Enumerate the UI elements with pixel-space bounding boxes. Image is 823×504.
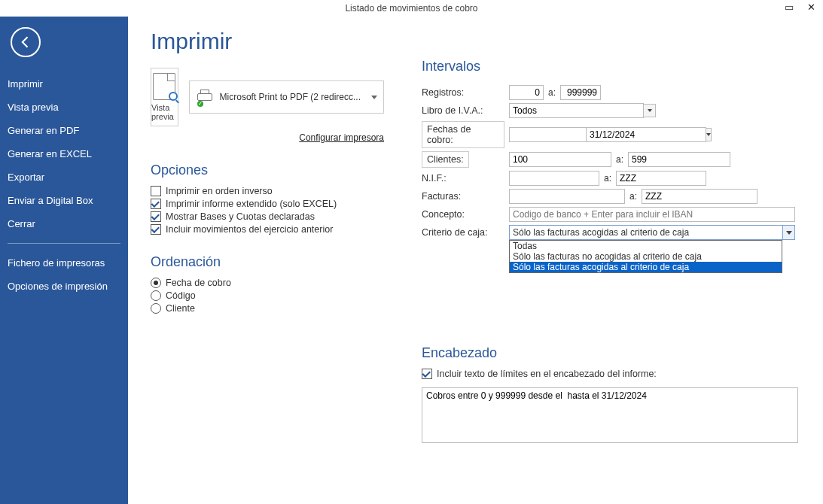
radio-fecha-cobro[interactable]: Fecha de cobro bbox=[151, 278, 384, 288]
a-label: a: bbox=[629, 191, 637, 202]
window-controls: ▭ ✕ bbox=[782, 2, 818, 13]
registros-to-input[interactable] bbox=[560, 85, 601, 100]
clientes-to-input[interactable] bbox=[628, 152, 730, 167]
printer-selector[interactable]: ✓ Microsoft Print to PDF (2 redirecc... bbox=[189, 80, 384, 114]
facturas-label: Facturas: bbox=[422, 190, 504, 203]
option-label: Incluir movimientos del ejercicio anteri… bbox=[166, 224, 333, 235]
clientes-button[interactable]: Clientes: bbox=[422, 151, 469, 168]
option-label: Imprimir en orden inverso bbox=[166, 186, 273, 196]
radio-label: Cliente bbox=[166, 303, 195, 314]
checkbox-icon bbox=[151, 186, 161, 196]
clientes-from-input[interactable] bbox=[509, 152, 611, 167]
chevron-down-icon[interactable] bbox=[644, 104, 656, 117]
concepto-label: Concepto: bbox=[422, 208, 504, 221]
nav-vista-previa[interactable]: Vista previa bbox=[0, 96, 128, 119]
sidebar: Imprimir Vista previa Generar en PDF Gen… bbox=[0, 17, 128, 504]
facturas-to-input[interactable] bbox=[642, 189, 757, 204]
nif-to-input[interactable] bbox=[616, 171, 706, 186]
nav-generar-excel[interactable]: Generar en EXCEL bbox=[0, 142, 128, 165]
dropdown-option[interactable]: Todas bbox=[510, 241, 782, 251]
preview-label: Vista previa bbox=[151, 103, 178, 121]
nav-opciones-impresion[interactable]: Opciones de impresión bbox=[0, 275, 128, 298]
chevron-down-icon[interactable] bbox=[782, 225, 795, 240]
radio-icon bbox=[151, 290, 161, 301]
printer-icon: ✓ bbox=[196, 90, 214, 105]
registros-from-input[interactable] bbox=[509, 85, 544, 100]
window-title: Listado de movimientos de cobro bbox=[345, 3, 477, 14]
radio-cliente[interactable]: Cliente bbox=[151, 303, 384, 314]
radio-codigo[interactable]: Código bbox=[151, 290, 384, 301]
radio-icon bbox=[151, 278, 161, 288]
fechas-to-input[interactable] bbox=[586, 127, 655, 142]
header-text-input[interactable] bbox=[422, 387, 798, 443]
preview-button[interactable]: Vista previa bbox=[151, 68, 178, 126]
criterio-caja-combo[interactable]: Sólo las facturas acogidas al criterio d… bbox=[509, 225, 795, 240]
criterio-caja-dropdown: Todas Sólo las facturas no acogidas al c… bbox=[509, 240, 782, 273]
registros-label: Registros: bbox=[422, 86, 504, 99]
fechas-from-input[interactable] bbox=[509, 127, 569, 142]
fechas-cobro-button[interactable]: Fechas de cobro: bbox=[422, 121, 504, 148]
nav-divider bbox=[8, 243, 120, 244]
checkbox-icon bbox=[422, 369, 432, 379]
option-informe-extendido[interactable]: Imprimir informe extendido (solo EXCEL) bbox=[151, 199, 384, 209]
option-label: Mostrar Bases y Cuotas declaradas bbox=[166, 211, 315, 222]
include-header-label: Incluir texto de límites en el encabezad… bbox=[437, 369, 657, 379]
a-label: a: bbox=[548, 87, 556, 98]
concepto-input[interactable] bbox=[509, 207, 795, 222]
radio-label: Fecha de cobro bbox=[166, 278, 231, 288]
option-ejercicio-anterior[interactable]: Incluir movimientos del ejercicio anteri… bbox=[151, 224, 384, 235]
radio-label: Código bbox=[166, 290, 196, 301]
option-bases-cuotas[interactable]: Mostrar Bases y Cuotas declaradas bbox=[151, 211, 384, 222]
checkbox-icon bbox=[151, 224, 161, 235]
option-orden-inverso[interactable]: Imprimir en orden inverso bbox=[151, 186, 384, 196]
nav-cerrar[interactable]: Cerrar bbox=[0, 212, 128, 235]
nav-imprimir[interactable]: Imprimir bbox=[0, 72, 128, 96]
nav-generar-pdf[interactable]: Generar en PDF bbox=[0, 119, 128, 142]
nav-digital-box[interactable]: Enviar a Digital Box bbox=[0, 189, 128, 212]
back-button[interactable] bbox=[11, 27, 41, 57]
radio-icon bbox=[151, 303, 161, 314]
criterio-caja-value: Sólo las facturas acogidas al criterio d… bbox=[509, 225, 782, 240]
option-label: Imprimir informe extendido (solo EXCEL) bbox=[166, 199, 337, 209]
checkbox-icon bbox=[151, 211, 161, 222]
title-bar: Listado de movimientos de cobro ▭ ✕ bbox=[0, 0, 823, 17]
dropdown-option[interactable]: Sólo las facturas no acogidas al criteri… bbox=[510, 251, 782, 262]
close-icon[interactable]: ✕ bbox=[804, 2, 818, 13]
nif-from-input[interactable] bbox=[509, 171, 599, 186]
libro-iva-combo[interactable] bbox=[509, 103, 656, 118]
maximize-icon[interactable]: ▭ bbox=[782, 2, 797, 13]
ordenacion-heading: Ordenación bbox=[151, 254, 384, 270]
printer-name: Microsoft Print to PDF (2 redirecc... bbox=[220, 92, 361, 102]
arrow-left-icon bbox=[18, 35, 33, 50]
fecha-to-field[interactable] bbox=[586, 127, 706, 142]
facturas-from-input[interactable] bbox=[509, 189, 625, 204]
document-preview-icon bbox=[153, 73, 175, 100]
opciones-heading: Opciones bbox=[151, 162, 384, 178]
nif-label: N.I.F.: bbox=[422, 172, 504, 185]
page-title: Imprimir bbox=[151, 29, 384, 54]
nav-exportar[interactable]: Exportar bbox=[0, 165, 128, 189]
a-label: a: bbox=[604, 173, 611, 184]
criterio-caja-label: Criterio de caja: bbox=[422, 226, 504, 239]
checkbox-icon bbox=[151, 199, 161, 209]
a-label: a: bbox=[616, 154, 623, 165]
dropdown-option[interactable]: Sólo las facturas acogidas al criterio d… bbox=[510, 262, 782, 272]
include-header-text[interactable]: Incluir texto de límites en el encabezad… bbox=[422, 369, 798, 379]
libro-iva-value[interactable] bbox=[509, 103, 644, 118]
chevron-down-icon bbox=[371, 96, 377, 99]
libro-iva-label: Libro de I.V.A.: bbox=[422, 104, 504, 117]
configure-printer-link[interactable]: Configurar impresora bbox=[151, 132, 384, 143]
chevron-down-icon[interactable] bbox=[706, 128, 712, 141]
intervalos-heading: Intervalos bbox=[422, 59, 798, 74]
encabezado-heading: Encabezado bbox=[422, 345, 798, 361]
nav-fichero-impresoras[interactable]: Fichero de impresoras bbox=[0, 251, 128, 275]
